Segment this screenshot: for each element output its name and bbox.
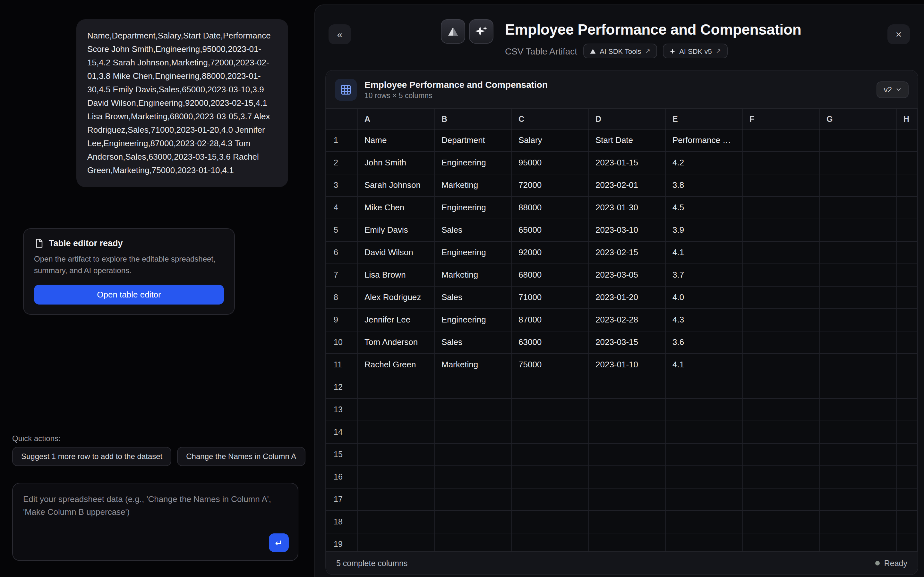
row-number-4[interactable]: 4 [326,197,358,219]
cell-B3[interactable]: Marketing [435,174,512,197]
cell-A5[interactable]: Emily Davis [358,219,435,242]
cell-H7[interactable] [897,264,918,287]
cell-F8[interactable] [743,287,820,309]
cell-F6[interactable] [743,242,820,264]
cell-C8[interactable]: 71000 [512,287,589,309]
cell-D11[interactable]: 2023-01-10 [589,354,666,376]
cell-E5[interactable]: 3.9 [666,219,743,242]
cell-A17[interactable] [358,488,435,511]
cell-E12[interactable] [666,376,743,399]
cell-G10[interactable] [820,332,897,354]
cell-D13[interactable] [589,399,666,421]
cell-F18[interactable] [743,511,820,533]
cell-F5[interactable] [743,219,820,242]
cell-D19[interactable] [589,533,666,553]
cell-B14[interactable] [435,421,512,444]
quick-action-button-1[interactable]: Suggest 1 more row to add to the dataset [12,447,171,466]
cell-E13[interactable] [666,399,743,421]
cell-C4[interactable]: 88000 [512,197,589,219]
column-header-A[interactable]: A [358,109,435,129]
cell-H6[interactable] [897,242,918,264]
cell-E10[interactable]: 3.6 [666,332,743,354]
cell-E2[interactable]: 4.2 [666,152,743,174]
badge-ai-sdk-tools[interactable]: AI SDK Tools ↗ [583,44,657,58]
cell-F11[interactable] [743,354,820,376]
row-number-2[interactable]: 2 [326,152,358,174]
cell-H19[interactable] [897,533,918,553]
cell-C11[interactable]: 75000 [512,354,589,376]
cell-C6[interactable]: 92000 [512,242,589,264]
cell-H4[interactable] [897,197,918,219]
cell-D7[interactable]: 2023-03-05 [589,264,666,287]
cell-C2[interactable]: 95000 [512,152,589,174]
cell-D17[interactable] [589,488,666,511]
cell-D16[interactable] [589,466,666,488]
open-table-editor-button[interactable]: Open table editor [34,285,224,305]
cell-E18[interactable] [666,511,743,533]
column-header-H[interactable]: H [897,109,918,129]
cell-C15[interactable] [512,444,589,466]
cell-H11[interactable] [897,354,918,376]
cell-C12[interactable] [512,376,589,399]
cell-E17[interactable] [666,488,743,511]
cell-D1[interactable]: Start Date [589,129,666,152]
cell-H8[interactable] [897,287,918,309]
row-number-8[interactable]: 8 [326,287,358,309]
cell-F13[interactable] [743,399,820,421]
cell-G1[interactable] [820,129,897,152]
row-number-17[interactable]: 17 [326,488,358,511]
cell-B10[interactable]: Sales [435,332,512,354]
cell-G2[interactable] [820,152,897,174]
column-header-D[interactable]: D [589,109,666,129]
cell-G11[interactable] [820,354,897,376]
cell-H18[interactable] [897,511,918,533]
row-number-13[interactable]: 13 [326,399,358,421]
cell-E3[interactable]: 3.8 [666,174,743,197]
cell-B4[interactable]: Engineering [435,197,512,219]
cell-H17[interactable] [897,488,918,511]
composer-input[interactable] [13,484,298,560]
cell-C13[interactable] [512,399,589,421]
cell-F17[interactable] [743,488,820,511]
row-number-14[interactable]: 14 [326,421,358,444]
cell-D8[interactable]: 2023-01-20 [589,287,666,309]
cell-C1[interactable]: Salary [512,129,589,152]
cell-C17[interactable] [512,488,589,511]
cell-H15[interactable] [897,444,918,466]
cell-C10[interactable]: 63000 [512,332,589,354]
cell-C19[interactable] [512,533,589,553]
version-dropdown[interactable]: v2 [877,81,909,98]
cell-B18[interactable] [435,511,512,533]
cell-E9[interactable]: 4.3 [666,309,743,332]
cell-A7[interactable]: Lisa Brown [358,264,435,287]
cell-H12[interactable] [897,376,918,399]
close-panel-button[interactable]: × [887,24,910,44]
row-number-9[interactable]: 9 [326,309,358,332]
cell-G18[interactable] [820,511,897,533]
cell-G5[interactable] [820,219,897,242]
cell-D10[interactable]: 2023-03-15 [589,332,666,354]
cell-D15[interactable] [589,444,666,466]
row-number-15[interactable]: 15 [326,444,358,466]
column-header-F[interactable]: F [743,109,820,129]
cell-H3[interactable] [897,174,918,197]
cell-C9[interactable]: 87000 [512,309,589,332]
cell-A3[interactable]: Sarah Johnson [358,174,435,197]
cell-F16[interactable] [743,466,820,488]
cell-B9[interactable]: Engineering [435,309,512,332]
cell-D2[interactable]: 2023-01-15 [589,152,666,174]
cell-G12[interactable] [820,376,897,399]
cell-A12[interactable] [358,376,435,399]
cell-H2[interactable] [897,152,918,174]
cell-D3[interactable]: 2023-02-01 [589,174,666,197]
cell-C14[interactable] [512,421,589,444]
cell-C5[interactable]: 65000 [512,219,589,242]
cell-F7[interactable] [743,264,820,287]
cell-F10[interactable] [743,332,820,354]
cell-F1[interactable] [743,129,820,152]
cell-B12[interactable] [435,376,512,399]
cell-D6[interactable]: 2023-02-15 [589,242,666,264]
cell-C16[interactable] [512,466,589,488]
row-number-7[interactable]: 7 [326,264,358,287]
cell-H16[interactable] [897,466,918,488]
